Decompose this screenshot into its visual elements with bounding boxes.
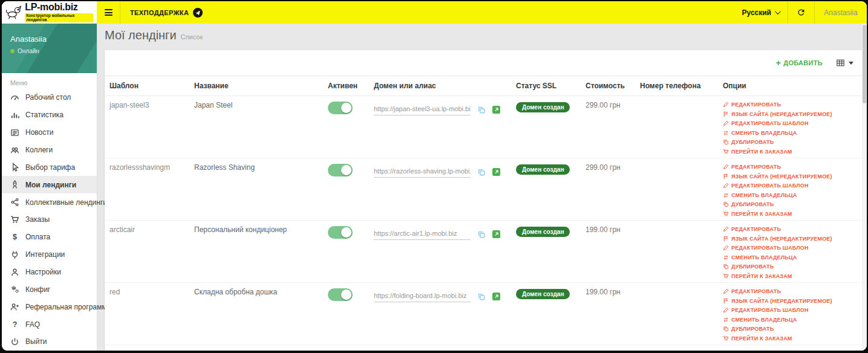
- template-cell: razorlessshavingm: [105, 158, 189, 221]
- landings-table: Шаблон Название Активен Домен или алиас …: [105, 76, 864, 351]
- option-go-to-orders[interactable]: ПЕРЕЙТИ К ЗАКАЗАМ: [723, 273, 860, 279]
- sidebar-item-tariff[interactable]: Выбор тарифа: [2, 158, 97, 176]
- template-cell: arcticair: [105, 221, 189, 283]
- user-menu[interactable]: Anastasiia: [814, 1, 867, 24]
- option-change-owner[interactable]: СМЕНИТЬ ВЛАДЕЛЬЦА: [723, 192, 860, 198]
- col-header-template: Шаблон: [105, 76, 189, 96]
- refresh-icon: [797, 8, 806, 17]
- option-go-to-orders[interactable]: ПЕРЕЙТИ К ЗАКАЗАМ: [723, 335, 860, 342]
- option-site-language[interactable]: ЯЗЫК САЙТА (НЕРЕДАКТИРУЕМОЕ): [723, 298, 860, 304]
- sidebar-item-label: Коллеги: [25, 146, 53, 154]
- option-change-owner[interactable]: СМЕНИТЬ ВЛАДЕЛЬЦА: [723, 130, 860, 136]
- active-toggle[interactable]: [328, 288, 353, 301]
- copy-icon[interactable]: [477, 106, 486, 114]
- logo[interactable]: LP-mobi.biz Конструктор мобильных лендин…: [2, 1, 97, 24]
- sidebar-item-statistics[interactable]: Статистика: [2, 106, 97, 124]
- sidebar-item-label: Выйти: [25, 337, 47, 346]
- edit-icon: [723, 164, 729, 170]
- option-site-language[interactable]: ЯЗЫК САЙТА (НЕРЕДАКТИРУЕМОЕ): [723, 173, 860, 180]
- domain-input[interactable]: [374, 291, 471, 302]
- duplicate-icon: [723, 326, 729, 332]
- sidebar-item-settings[interactable]: Настройки: [2, 264, 97, 281]
- phone-cell: [635, 221, 718, 283]
- dollar-icon: $: [10, 233, 19, 241]
- sidebar-item-label: Статистика: [25, 111, 64, 119]
- edit-icon: [723, 183, 729, 189]
- option-edit[interactable]: РЕДАКТИРОВАТЬ: [723, 164, 860, 170]
- sidebar-item-label: Мои лендинги: [25, 181, 76, 189]
- open-external-icon[interactable]: [492, 293, 500, 300]
- open-external-icon[interactable]: [492, 106, 500, 114]
- option-edit[interactable]: РЕДАКТИРОВАТЬ: [723, 226, 860, 232]
- domain-input[interactable]: [374, 228, 471, 240]
- option-site-language[interactable]: ЯЗЫК САЙТА (НЕРЕДАКТИРУЕМОЕ): [723, 236, 860, 242]
- copy-icon[interactable]: [477, 293, 486, 301]
- option-duplicate[interactable]: ДУБЛИРОВАТЬ: [723, 264, 860, 270]
- card-toolbar: + ДОБАВИТЬ: [105, 50, 864, 76]
- open-external-icon[interactable]: [492, 230, 500, 238]
- sidebar-item-colleagues[interactable]: Коллеги: [2, 141, 97, 159]
- question-icon: ?: [10, 320, 19, 329]
- add-landing-button[interactable]: + ДОБАВИТЬ: [776, 59, 823, 67]
- sidebar-item-integrations[interactable]: Интеграции: [2, 246, 97, 264]
- copy-icon[interactable]: [477, 230, 486, 239]
- option-edit-template[interactable]: РЕДАКТИРОВАТЬ ШАБЛОН: [723, 307, 860, 313]
- duplicate-icon: [723, 139, 729, 145]
- table-header-row: Шаблон Название Активен Домен или алиас …: [105, 76, 864, 96]
- option-duplicate[interactable]: ДУБЛИРОВАТЬ: [723, 326, 860, 332]
- sidebar-item-label: Выбор тарифа: [25, 163, 75, 172]
- scrollbar-thumb[interactable]: [863, 25, 866, 103]
- option-duplicate[interactable]: ДУБЛИРОВАТЬ: [723, 139, 860, 145]
- option-go-to-orders[interactable]: ПЕРЕЙТИ К ЗАКАЗАМ: [723, 211, 860, 217]
- caret-down-icon: [849, 62, 853, 65]
- sidebar-item-dashboard[interactable]: Рабочий стол: [2, 89, 97, 106]
- table-row: clothes and shoes Чоловічі кросівки Доме…: [105, 345, 864, 351]
- option-go-to-orders[interactable]: ПЕРЕЙТИ К ЗАКАЗАМ: [723, 149, 860, 155]
- col-header-active: Активен: [323, 76, 369, 96]
- option-site-language[interactable]: ЯЗЫК САЙТА (НЕРЕДАКТИРУЕМОЕ): [723, 111, 860, 117]
- name-cell: Japan Steel: [189, 96, 323, 158]
- phone-cell: [635, 96, 718, 158]
- sidebar-item-faq[interactable]: ? FAQ: [2, 316, 97, 333]
- domain-input[interactable]: [374, 104, 471, 115]
- option-edit-template[interactable]: РЕДАКТИРОВАТЬ ШАБЛОН: [723, 120, 860, 126]
- support-link[interactable]: ТЕХПОДДЕРЖКА: [120, 1, 212, 24]
- option-edit-template[interactable]: РЕДАКТИРОВАТЬ ШАБЛОН: [723, 183, 860, 189]
- sidebar-item-orders[interactable]: Заказы: [2, 211, 97, 228]
- sidebar-item-news[interactable]: Новости: [2, 124, 97, 141]
- username-label: Anastasiia: [824, 8, 857, 17]
- option-edit[interactable]: РЕДАКТИРОВАТЬ: [723, 102, 860, 108]
- copy-icon[interactable]: [477, 168, 486, 176]
- vertical-scrollbar[interactable]: [862, 24, 867, 351]
- sidebar-item-referral[interactable]: Реферальная программа: [2, 298, 97, 316]
- col-header-phone: Номер телефона: [635, 76, 718, 96]
- active-toggle[interactable]: [328, 226, 353, 239]
- option-edit-template[interactable]: РЕДАКТИРОВАТЬ ШАБЛОН: [723, 245, 860, 251]
- sidebar-item-collective-landings[interactable]: Коллективные лендинги: [2, 193, 97, 211]
- option-change-owner[interactable]: СМЕНИТЬ ВЛАДЕЛЬЦА: [723, 254, 860, 261]
- sidebar-item-payment[interactable]: $ Оплата: [2, 228, 97, 246]
- edit-icon: [723, 120, 729, 126]
- open-external-icon[interactable]: [492, 168, 500, 176]
- option-duplicate[interactable]: ДУБЛИРОВАТЬ: [723, 201, 860, 207]
- bar-chart-icon: [10, 111, 19, 120]
- sidebar-item-my-landings[interactable]: Мои лендинги: [2, 176, 97, 193]
- domain-input[interactable]: [374, 166, 471, 178]
- option-change-owner[interactable]: СМЕНИТЬ ВЛАДЕЛЬЦА: [723, 317, 860, 323]
- active-toggle[interactable]: [328, 102, 353, 114]
- sidebar-item-config[interactable]: Конфиг: [2, 280, 97, 298]
- table-view-dropdown[interactable]: [836, 59, 853, 67]
- gauge-icon: [10, 93, 19, 102]
- phone-cell: [635, 283, 718, 345]
- topbar: LP-mobi.biz Конструктор мобильных лендин…: [2, 1, 867, 24]
- active-toggle[interactable]: [328, 164, 353, 176]
- price-cell: 299.00 грн: [581, 96, 635, 158]
- duplicate-icon: [723, 264, 729, 270]
- sidebar-item-label: Оплата: [25, 233, 50, 241]
- sidebar-item-logout[interactable]: Выйти: [2, 333, 97, 351]
- hamburger-icon[interactable]: [97, 1, 120, 24]
- language-dropdown[interactable]: Русский: [734, 1, 788, 24]
- col-header-name: Название: [189, 76, 323, 96]
- refresh-button[interactable]: [788, 1, 814, 24]
- option-edit[interactable]: РЕДАКТИРОВАТЬ: [723, 288, 860, 294]
